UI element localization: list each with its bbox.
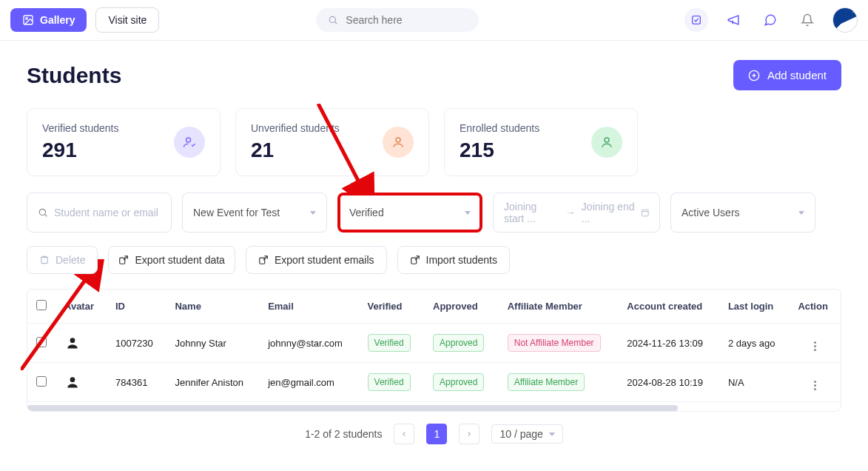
table-row: 784361 Jennifer Aniston jen@gmail.com Ve… bbox=[27, 363, 841, 402]
col-affiliate: Affiliate Member bbox=[499, 290, 619, 324]
date-start: Joining start ... bbox=[504, 201, 559, 224]
global-search-input[interactable] bbox=[346, 14, 467, 26]
avatar-icon bbox=[64, 335, 81, 351]
select-all-checkbox[interactable] bbox=[36, 300, 47, 310]
svg-point-12 bbox=[39, 209, 45, 215]
table-row: 1007230 Johnny Star johnny@star.com Veri… bbox=[27, 324, 841, 363]
add-student-button[interactable]: Add student bbox=[733, 60, 841, 90]
pager-prev[interactable] bbox=[394, 424, 414, 444]
chevron-left-icon bbox=[400, 430, 408, 438]
date-range-picker[interactable]: Joining start ... → Joining end ... bbox=[493, 193, 660, 233]
student-search[interactable]: Student name or email bbox=[27, 193, 172, 233]
brand-logo[interactable] bbox=[832, 7, 858, 33]
badge-verified: Verified bbox=[368, 373, 411, 391]
event-select-value: New Event for Test bbox=[193, 207, 280, 218]
user-icon bbox=[383, 127, 414, 158]
import-label: Import students bbox=[426, 254, 498, 266]
pagination: 1-2 of 2 students 1 10 / page bbox=[27, 412, 841, 456]
image-icon bbox=[22, 14, 34, 26]
visit-site-button[interactable]: Visit site bbox=[95, 7, 159, 33]
svg-point-22 bbox=[70, 377, 75, 382]
svg-line-3 bbox=[335, 22, 337, 24]
cell-email: johnny@star.com bbox=[259, 324, 358, 363]
chevron-down-icon bbox=[798, 211, 804, 215]
row-menu-button[interactable] bbox=[814, 341, 816, 351]
stat-enrolled: Enrolled students 215 bbox=[444, 108, 638, 176]
export-emails-button[interactable]: Export student emails bbox=[246, 246, 387, 274]
gallery-label: Gallery bbox=[40, 14, 75, 26]
stat-value: 215 bbox=[460, 138, 539, 162]
badge-approved: Approved bbox=[433, 373, 484, 391]
cell-name: Johnny Star bbox=[166, 324, 259, 363]
col-created: Account created bbox=[618, 290, 719, 324]
stats-row: Verified students 291 Unverified student… bbox=[27, 108, 841, 176]
cell-email: jen@gmail.com bbox=[259, 363, 358, 402]
row-checkbox[interactable] bbox=[36, 376, 47, 387]
global-search[interactable] bbox=[316, 8, 479, 32]
stat-value: 291 bbox=[42, 138, 119, 162]
date-end: Joining end ... bbox=[582, 201, 635, 224]
svg-rect-20 bbox=[411, 258, 416, 264]
calendar-icon bbox=[641, 207, 650, 218]
actions-row: Delete Export student data Export studen… bbox=[27, 246, 841, 274]
svg-rect-14 bbox=[642, 210, 648, 216]
col-action: Action bbox=[789, 290, 841, 324]
user-icon bbox=[591, 127, 622, 158]
delete-button[interactable]: Delete bbox=[27, 246, 98, 274]
search-icon bbox=[328, 14, 338, 26]
horizontal-scrollbar[interactable] bbox=[27, 405, 678, 411]
stat-verified: Verified students 291 bbox=[27, 108, 221, 176]
badge-approved: Approved bbox=[433, 334, 484, 352]
announce-icon[interactable] bbox=[721, 8, 745, 32]
svg-rect-18 bbox=[120, 258, 125, 264]
avatar-icon bbox=[64, 374, 81, 390]
stat-label: Verified students bbox=[42, 122, 119, 134]
row-menu-button[interactable] bbox=[814, 381, 816, 390]
export-data-button[interactable]: Export student data bbox=[108, 246, 235, 274]
search-icon bbox=[38, 207, 48, 218]
top-icons bbox=[684, 7, 858, 33]
user-status-value: Active Users bbox=[682, 207, 740, 218]
svg-point-9 bbox=[396, 138, 400, 142]
cell-id: 1007230 bbox=[107, 324, 166, 363]
event-select[interactable]: New Event for Test bbox=[182, 193, 327, 233]
svg-point-2 bbox=[330, 16, 336, 22]
chat-icon[interactable] bbox=[758, 8, 782, 32]
chevron-down-icon bbox=[549, 432, 555, 436]
badge-verified: Verified bbox=[368, 334, 411, 352]
verification-filter[interactable]: Verified bbox=[337, 193, 482, 233]
svg-rect-17 bbox=[41, 258, 47, 264]
import-icon bbox=[410, 255, 420, 265]
chevron-down-icon bbox=[310, 211, 316, 215]
verification-value: Verified bbox=[349, 207, 384, 218]
svg-point-10 bbox=[605, 138, 609, 142]
plus-circle-icon bbox=[748, 70, 760, 81]
import-button[interactable]: Import students bbox=[397, 246, 511, 274]
top-bar: Gallery Visit site bbox=[0, 0, 868, 41]
svg-point-21 bbox=[70, 338, 75, 343]
user-check-icon bbox=[174, 127, 205, 158]
row-checkbox[interactable] bbox=[36, 337, 47, 347]
add-student-label: Add student bbox=[767, 69, 827, 81]
gallery-button[interactable]: Gallery bbox=[10, 8, 87, 32]
page-title: Students bbox=[27, 63, 121, 88]
page-body: Students Add student Verified students 2… bbox=[0, 41, 868, 471]
cell-last-login: N/A bbox=[719, 363, 789, 402]
export-emails-label: Export student emails bbox=[275, 254, 374, 266]
col-verified: Verified bbox=[359, 290, 424, 324]
per-page-value: 10 / page bbox=[499, 428, 542, 440]
table-header-row: Avatar ID Name Email Verified Approved A… bbox=[27, 290, 841, 324]
pager-per-page[interactable]: 10 / page bbox=[491, 424, 562, 444]
student-search-placeholder: Student name or email bbox=[54, 207, 158, 218]
user-status-select[interactable]: Active Users bbox=[670, 193, 815, 233]
pager-page-1[interactable]: 1 bbox=[426, 424, 447, 444]
col-id: ID bbox=[107, 290, 166, 324]
share-icon[interactable] bbox=[684, 8, 708, 32]
cell-created: 2024-11-26 13:09 bbox=[618, 324, 719, 363]
pager-summary: 1-2 of 2 students bbox=[305, 428, 382, 440]
export-icon bbox=[258, 255, 269, 265]
svg-point-8 bbox=[186, 138, 191, 142]
bell-icon[interactable] bbox=[795, 8, 819, 32]
pager-next[interactable] bbox=[459, 424, 480, 444]
chevron-down-icon bbox=[465, 211, 471, 215]
